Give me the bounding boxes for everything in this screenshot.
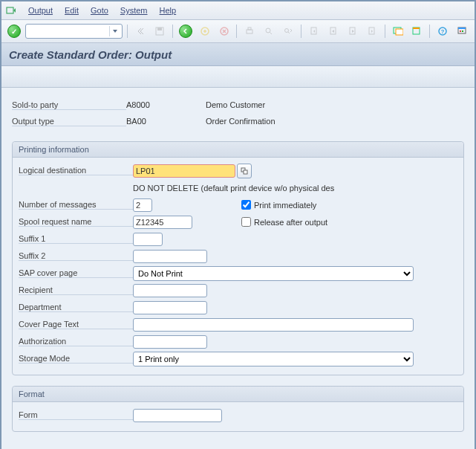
covertext-input[interactable] (133, 318, 414, 332)
cancel-icon[interactable] (216, 23, 232, 39)
shortcut-icon[interactable] (408, 23, 425, 39)
find-icon[interactable] (261, 23, 277, 39)
separator (127, 25, 128, 38)
recipient-label: Recipient (19, 285, 133, 295)
auth-input[interactable] (133, 335, 207, 349)
menu-edit[interactable]: Edit (65, 6, 79, 15)
separator (172, 25, 173, 38)
svg-rect-24 (244, 170, 247, 174)
form-input[interactable] (133, 409, 222, 422)
print-immediately-checkbox[interactable]: Print immediately (241, 200, 316, 210)
menubar: Output Edit Goto System Help (1, 1, 475, 20)
menu-icon[interactable] (6, 5, 16, 16)
print-immediately-label: Print immediately (254, 201, 316, 210)
svg-text:?: ? (441, 28, 445, 35)
enter-button[interactable]: ✓ (6, 23, 22, 39)
dest-f4-button[interactable] (237, 164, 252, 178)
suffix2-input[interactable] (133, 250, 207, 263)
sold-to-label: Sold-to party (12, 100, 126, 110)
suffix2-label: Suffix 2 (19, 251, 133, 261)
dest-note: DO NOT DELETE (default print device w/o … (133, 184, 334, 193)
format-group-title: Format (13, 387, 463, 402)
svg-rect-21 (460, 30, 461, 32)
department-input[interactable] (133, 301, 207, 314)
cover-label: SAP cover page (19, 268, 133, 278)
dest-input[interactable] (133, 164, 235, 178)
separator (385, 25, 385, 38)
recipient-input[interactable] (133, 284, 207, 297)
first-page-icon[interactable] (306, 23, 322, 39)
last-page-icon[interactable] (364, 23, 380, 39)
exit-icon[interactable] (197, 23, 213, 39)
separator (301, 25, 301, 38)
header-fields: Sold-to party A8000 Demo Customer Output… (12, 97, 464, 129)
title-bar: Create Standard Order: Output (1, 43, 475, 66)
svg-rect-0 (7, 7, 13, 13)
output-type-value: BA00 (126, 117, 206, 126)
sap-window: Output Edit Goto System Help ✓ ? (0, 0, 476, 449)
suffix1-label: Suffix 1 (19, 234, 133, 244)
output-type-name: Order Confirmation (206, 117, 276, 126)
svg-rect-22 (462, 30, 463, 32)
format-group: Format Form (12, 386, 464, 432)
svg-rect-20 (458, 28, 466, 29)
content: Sold-to party A8000 Demo Customer Output… (1, 88, 475, 449)
department-label: Department (19, 303, 133, 312)
num-label: Number of messages (19, 200, 133, 210)
svg-rect-5 (247, 30, 252, 33)
svg-rect-14 (396, 29, 403, 35)
release-checkbox[interactable]: Release after output (241, 217, 327, 227)
release-label: Release after output (254, 218, 327, 227)
storage-select[interactable]: 1 Print only (133, 352, 414, 366)
menu-help[interactable]: Help (160, 6, 177, 15)
new-session-icon[interactable] (390, 23, 406, 39)
command-field[interactable] (25, 24, 123, 39)
cover-select[interactable]: Do Not Print (133, 266, 414, 281)
spool-label: Spool request name (19, 217, 133, 227)
num-input[interactable] (133, 198, 152, 212)
prev-page-icon[interactable] (325, 23, 342, 39)
app-toolbar (1, 66, 475, 88)
find-next-icon[interactable] (280, 23, 296, 39)
covertext-label: Cover Page Text (19, 320, 133, 329)
spool-input[interactable] (133, 216, 192, 229)
suffix1-input[interactable] (133, 233, 163, 246)
dest-label: Logical destination (19, 166, 133, 175)
next-page-icon[interactable] (345, 23, 361, 39)
svg-point-8 (285, 29, 289, 33)
layout-icon[interactable] (454, 23, 470, 39)
toolbar: ✓ ? (1, 20, 475, 43)
auth-label: Authorization (19, 337, 133, 346)
svg-rect-6 (248, 28, 251, 30)
chevron-down-icon (109, 26, 120, 36)
svg-rect-16 (413, 28, 420, 29)
form-label: Form (19, 410, 133, 420)
separator (429, 25, 430, 38)
printing-group: Printing information Logical destination… (12, 141, 464, 375)
printing-group-title: Printing information (13, 142, 463, 158)
menu-system[interactable]: System (120, 6, 148, 15)
sold-to-name: Demo Customer (206, 100, 265, 109)
menu-output[interactable]: Output (28, 6, 53, 15)
back-button[interactable] (132, 23, 149, 39)
output-type-label: Output type (12, 117, 126, 126)
save-button[interactable] (151, 23, 168, 39)
sold-to-value: A8000 (126, 100, 206, 109)
separator (236, 25, 237, 38)
print-icon[interactable] (241, 23, 258, 39)
svg-point-7 (266, 28, 270, 33)
help-icon[interactable]: ? (434, 23, 451, 39)
page-title: Create Standard Order: Output (9, 48, 172, 61)
menu-goto[interactable]: Goto (91, 6, 108, 15)
svg-rect-2 (157, 28, 162, 30)
back-icon[interactable] (177, 23, 194, 39)
storage-label: Storage Mode (19, 354, 133, 364)
